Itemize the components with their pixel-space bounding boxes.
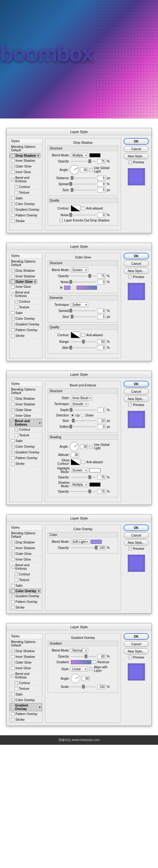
style-item-stroke[interactable]: Stroke	[9, 333, 42, 339]
slider-track[interactable]	[71, 347, 96, 348]
slider-thumb[interactable]	[85, 654, 87, 658]
slider-track[interactable]	[71, 491, 96, 492]
style-item-stroke[interactable]: Stroke	[9, 717, 42, 723]
checkbox-icon[interactable]	[14, 300, 18, 303]
slider-thumb[interactable]	[89, 159, 91, 163]
blending-options[interactable]: Blending Options: Default	[9, 387, 42, 396]
slider-thumb[interactable]	[71, 188, 73, 192]
checkbox-icon[interactable]	[11, 269, 14, 272]
style-item-pattern-overlay[interactable]: Pattern Overlay	[9, 328, 42, 333]
dropdown[interactable]: Softer	[71, 302, 88, 307]
checkbox-icon[interactable]	[11, 328, 14, 332]
new-style-button[interactable]: New Style...	[124, 648, 149, 654]
ok-button[interactable]: OK	[124, 633, 149, 640]
checkbox-icon[interactable]	[11, 712, 14, 716]
cancel-button[interactable]: Cancel	[124, 532, 149, 538]
value-input[interactable]: 75	[97, 489, 105, 494]
checkbox-icon[interactable]	[11, 408, 14, 412]
style-item-pattern-overlay[interactable]: Pattern Overlay	[9, 599, 42, 605]
new-style-button[interactable]: New Style...	[124, 268, 149, 274]
color-swatch[interactable]	[89, 468, 100, 472]
style-item-pattern-overlay[interactable]: Pattern Overlay	[9, 711, 42, 717]
style-item-gradient-overlay[interactable]: Gradient Overlay	[9, 207, 42, 213]
style-item-contour[interactable]: Contour	[9, 184, 42, 190]
dropdown[interactable]: Multiply	[71, 482, 88, 487]
angle-dial[interactable]	[70, 442, 79, 451]
slider-thumb[interactable]	[89, 490, 91, 493]
radio-up[interactable]	[71, 414, 74, 417]
style-item-color-overlay[interactable]: Color Overlay	[9, 589, 41, 593]
value-input[interactable]: 30	[71, 453, 79, 457]
value-input[interactable]: 90	[82, 676, 90, 681]
new-style-button[interactable]: New Style...	[124, 153, 149, 159]
contour-picker[interactable]	[71, 459, 80, 465]
checkbox-icon[interactable]	[14, 185, 18, 189]
checkbox-icon[interactable]	[11, 552, 14, 556]
style-item-drop-shadow[interactable]: Drop Shadow	[9, 396, 42, 402]
value-input[interactable]: 0	[97, 182, 105, 186]
new-style-button[interactable]: New Style...	[124, 540, 149, 546]
checkbox-icon[interactable]	[89, 668, 93, 671]
blending-options[interactable]: Blending Options: Default	[9, 639, 42, 648]
value-input[interactable]: 100	[97, 684, 105, 689]
style-item-outer-glow[interactable]: Outer Glow	[9, 279, 37, 284]
checkbox-icon[interactable]	[11, 606, 14, 609]
preview-checkbox[interactable]	[128, 656, 132, 659]
style-item-outer-glow[interactable]: Outer Glow	[9, 660, 42, 665]
style-item-stroke[interactable]: Stroke	[9, 461, 42, 467]
style-item-satin[interactable]: Satin	[9, 583, 42, 589]
checkbox-icon[interactable]	[14, 681, 18, 685]
checkbox-icon[interactable]	[11, 594, 14, 598]
style-item-inner-glow[interactable]: Inner Glow	[9, 413, 42, 419]
value-input[interactable]: 10	[97, 418, 105, 423]
color-swatch[interactable]	[89, 153, 100, 157]
slider-track[interactable]	[71, 184, 96, 185]
checkbox-icon[interactable]	[11, 322, 14, 326]
slider-thumb[interactable]	[89, 274, 91, 278]
checkbox-icon[interactable]	[11, 655, 14, 658]
blending-options[interactable]: Blending Options: Default	[9, 530, 42, 540]
preview-checkbox[interactable]	[128, 275, 132, 279]
slider-track[interactable]	[71, 316, 96, 317]
style-item-bevel-and-emboss[interactable]: Bevel and Emboss	[9, 419, 42, 427]
checkbox-icon[interactable]	[11, 462, 14, 465]
blending-options[interactable]: Blending Options: Default	[9, 259, 42, 268]
value-input[interactable]: 30	[80, 167, 88, 172]
checkbox-icon[interactable]	[11, 698, 14, 702]
slider-thumb[interactable]	[71, 176, 73, 180]
slider-thumb[interactable]	[69, 213, 72, 217]
slider-thumb[interactable]	[69, 309, 72, 312]
ok-button[interactable]: OK	[124, 381, 149, 388]
slider-thumb[interactable]	[70, 408, 72, 412]
checkbox-icon[interactable]	[11, 196, 14, 200]
cancel-button[interactable]: Cancel	[124, 261, 149, 267]
slider-track[interactable]	[71, 656, 96, 657]
checkbox-icon[interactable]	[11, 154, 14, 157]
angle-dial[interactable]	[71, 674, 80, 683]
gradient-picker[interactable]	[71, 660, 91, 664]
checkbox-icon[interactable]	[11, 292, 14, 296]
ok-button[interactable]: OK	[124, 138, 149, 145]
style-item-drop-shadow[interactable]: Drop Shadow	[9, 540, 42, 546]
checkbox-icon[interactable]	[11, 718, 14, 721]
value-input[interactable]: 75	[97, 159, 105, 164]
style-item-bevel-and-emboss[interactable]: Bevel and Emboss	[9, 671, 42, 680]
checkbox-icon[interactable]	[11, 334, 14, 338]
value-input[interactable]: 5	[97, 314, 105, 319]
preview-checkbox[interactable]	[128, 403, 132, 407]
style-item-inner-shadow[interactable]: Inner Shadow	[9, 654, 42, 660]
contour-picker[interactable]	[71, 332, 80, 338]
style-item-contour[interactable]: Contour	[9, 427, 42, 433]
slider-thumb[interactable]	[95, 546, 97, 550]
checkbox-icon[interactable]	[11, 397, 14, 400]
style-item-inner-glow[interactable]: Inner Glow	[9, 557, 42, 562]
dropdown[interactable]: Screen	[71, 268, 88, 272]
slider-track[interactable]	[71, 178, 96, 179]
radio-gradient[interactable]	[72, 286, 75, 289]
checkbox-icon[interactable]	[11, 649, 14, 653]
style-item-pattern-overlay[interactable]: Pattern Overlay	[9, 455, 42, 461]
value-input[interactable]: 50	[97, 339, 105, 344]
checkbox-icon[interactable]	[11, 165, 14, 168]
checkbox-icon[interactable]	[14, 434, 18, 437]
checkbox-icon[interactable]	[11, 311, 14, 315]
